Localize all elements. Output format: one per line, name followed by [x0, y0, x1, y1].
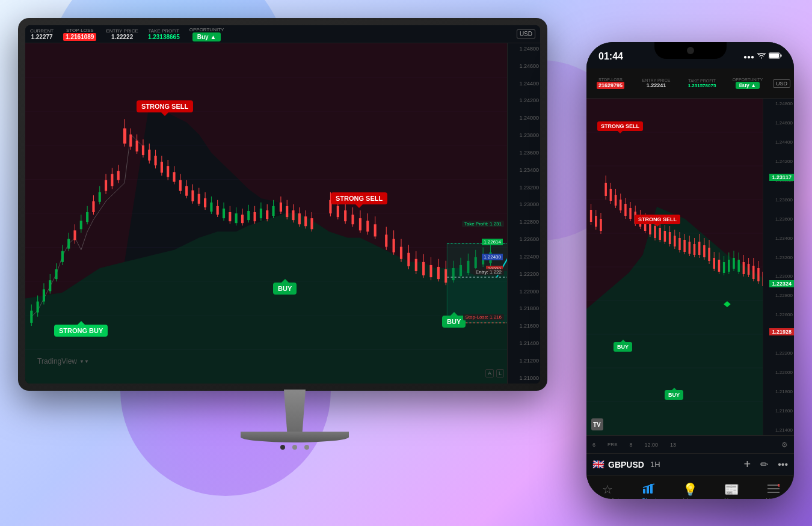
iphone-device: 01:44 ●●● STOP-LOSS 21629795	[586, 42, 794, 499]
imac-stoploss-value: 1.2161089	[63, 33, 96, 41]
entry-trade-label: Entry: 1.222	[473, 269, 504, 275]
svg-rect-154	[781, 55, 782, 57]
price-tick: 1.22200	[509, 271, 539, 277]
price-tick: 1.24600	[509, 63, 539, 69]
price-tick: 1.24000	[509, 115, 539, 121]
news-label: News	[724, 498, 739, 499]
imac-current-label: CURRENT	[30, 28, 54, 34]
price-tick: 1.21600	[509, 323, 539, 329]
imac-chart-header: CURRENT 1.22277 STOP-LOSS 1.2161089 ENTR…	[25, 25, 540, 43]
iphone-nav-watchlist[interactable]: ☆ Watchlist	[586, 482, 628, 499]
price-label-2: 1.22430	[482, 254, 503, 260]
imac-current-value: 1.22277	[31, 34, 52, 40]
signal-buy-1: BUY	[273, 283, 297, 295]
imac-stand-base	[241, 432, 349, 442]
price-tick: 1.22000	[509, 289, 539, 295]
axis-btn-l[interactable]: L	[496, 369, 504, 378]
menu-label: Menu	[766, 498, 781, 500]
iphone-add-icon[interactable]: +	[744, 457, 751, 471]
iphone-nav-bar: ☆ Watchlist Chart 💡 Ideas 📰 News	[586, 475, 794, 499]
price-tick: 1.21800	[509, 305, 539, 311]
signal-buy-2: BUY	[442, 316, 466, 328]
price-tick: 1.22600	[509, 236, 539, 242]
takeprofit-trade-label: Take Profit: 1.231	[462, 221, 504, 227]
price-tick: 1.23200	[509, 185, 539, 191]
svg-point-151	[761, 58, 762, 59]
iphone-bottom-info: 6 PRE 8 12:00 13 ⚙	[586, 435, 794, 453]
iphone-pencil-icon[interactable]: ✏	[760, 459, 768, 470]
imac-stoploss-col: STOP-LOSS 1.2161089	[63, 28, 96, 41]
iphone-timeframe[interactable]: 1H	[650, 460, 660, 469]
imac-takeprofit-label: TAKE PROFIT	[148, 28, 179, 34]
iphone-chart-area: STRONG SELL STRONG SELL BUY BUY 1.23117 …	[586, 99, 794, 435]
iphone-price-2: 1.22324	[769, 280, 794, 287]
svg-point-254	[778, 484, 780, 487]
price-tick: 1.21400	[509, 340, 539, 346]
iphone-signal-strong-sell-1: STRONG SELL	[597, 121, 643, 131]
iphone-time-axis: 6 PRE 8 12:00 13	[592, 442, 676, 448]
price-tick: 1.24800	[509, 46, 539, 52]
iphone-symbol-right: + ✏ •••	[744, 457, 789, 471]
ideas-icon: 💡	[683, 482, 698, 497]
time-label-pre: PRE	[607, 442, 617, 448]
iphone-nav-menu[interactable]: Menu	[752, 483, 794, 500]
imac-current-col: CURRENT 1.22277	[30, 28, 54, 40]
iphone-symbol-name[interactable]: GBPUSD	[608, 460, 644, 469]
signal-strong-buy-1: STRONG BUY	[54, 325, 108, 337]
tradingview-watermark: TradingView ▼▼	[37, 357, 89, 365]
imac-opportunity-value: Buy ▲	[192, 32, 221, 41]
price-tick: 1.23600	[509, 150, 539, 156]
iphone-price-1: 1.23117	[769, 174, 794, 181]
iphone-stoploss-label: STOP-LOSS	[598, 78, 623, 82]
iphone-opportunity-col: OPPORTUNITY Buy ▲	[727, 78, 768, 89]
iphone-nav-ideas[interactable]: 💡 Ideas	[669, 482, 711, 499]
price-tick: 1.23400	[509, 167, 539, 173]
iphone-more-icon[interactable]: •••	[778, 459, 788, 470]
time-label-13: 13	[670, 442, 676, 448]
price-tick: 1.22400	[509, 254, 539, 260]
iphone-nav-chart[interactable]: Chart	[628, 483, 669, 500]
iphone-status-icons: ●●●	[743, 52, 782, 61]
iphone-nav-news[interactable]: 📰 News	[711, 482, 752, 499]
iphone-chart-header: STOP-LOSS 21629795 ENTRY PRICE 1.22241 T…	[586, 69, 794, 99]
svg-rect-247	[643, 489, 645, 494]
pagination-dot-2[interactable]	[292, 445, 297, 450]
imac-device: CURRENT 1.22277 STOP-LOSS 1.2161089 ENTR…	[18, 18, 571, 511]
iphone-camera	[687, 47, 694, 54]
axis-btn-a[interactable]: A	[485, 369, 494, 378]
svg-rect-153	[769, 54, 779, 58]
time-label-6: 6	[592, 442, 595, 448]
iphone-takeprofit-label: TAKE PROFIT	[688, 79, 715, 83]
iphone-opportunity-value: Buy ▲	[736, 82, 760, 89]
svg-rect-248	[647, 486, 649, 494]
iphone-stoploss-value: 21629795	[597, 82, 624, 89]
imac-screen: CURRENT 1.22277 STOP-LOSS 1.2161089 ENTR…	[18, 18, 547, 391]
imac-display: CURRENT 1.22277 STOP-LOSS 1.2161089 ENTR…	[25, 25, 540, 384]
imac-takeprofit-value: 1.23138665	[148, 34, 180, 40]
menu-icon	[767, 483, 780, 497]
price-tick: 1.23000	[509, 201, 539, 207]
imac-price-axis: 1.24800 1.24600 1.24400 1.24200 1.24000 …	[507, 43, 540, 384]
imac-chart-area: Take Profit: 1.231 Entry: 1.222 Stop-Los…	[25, 43, 540, 384]
imac-pagination-dots	[280, 445, 309, 450]
iphone-flag-icon: 🇬🇧	[592, 459, 604, 470]
iphone-signal-strong-sell-2: STRONG SELL	[635, 215, 680, 224]
iphone-tv-logo: TV	[591, 418, 603, 432]
imac-stoploss-label: STOP-LOSS	[66, 28, 94, 33]
iphone-entry-col: ENTRY PRICE 1.22241	[636, 78, 677, 88]
iphone-entry-value: 1.22241	[647, 82, 666, 88]
pagination-dot-3[interactable]	[304, 445, 309, 450]
iphone-price-axis: 1.24800 1.24600 1.24400 1.24200 1.24000 …	[763, 99, 794, 435]
watchlist-icon: ☆	[602, 482, 613, 497]
time-label-12: 12:00	[644, 442, 658, 448]
pagination-dot-1[interactable]	[280, 445, 285, 450]
battery-icon	[769, 52, 782, 61]
iphone-settings-icon[interactable]: ⚙	[781, 441, 788, 449]
imac-opportunity-col: OPPORTUNITY Buy ▲	[189, 27, 224, 41]
price-tick: 1.23800	[509, 132, 539, 138]
imac-takeprofit-col: TAKE PROFIT 1.23138665	[148, 28, 180, 40]
imac-entry-value: 1.22222	[111, 34, 133, 40]
iphone-symbol-left: 🇬🇧 GBPUSD 1H	[592, 459, 660, 470]
signal-strong-sell-1: STRONG SELL	[137, 100, 193, 112]
iphone-takeprofit-col: TAKE PROFIT 1.231578075	[681, 79, 722, 88]
